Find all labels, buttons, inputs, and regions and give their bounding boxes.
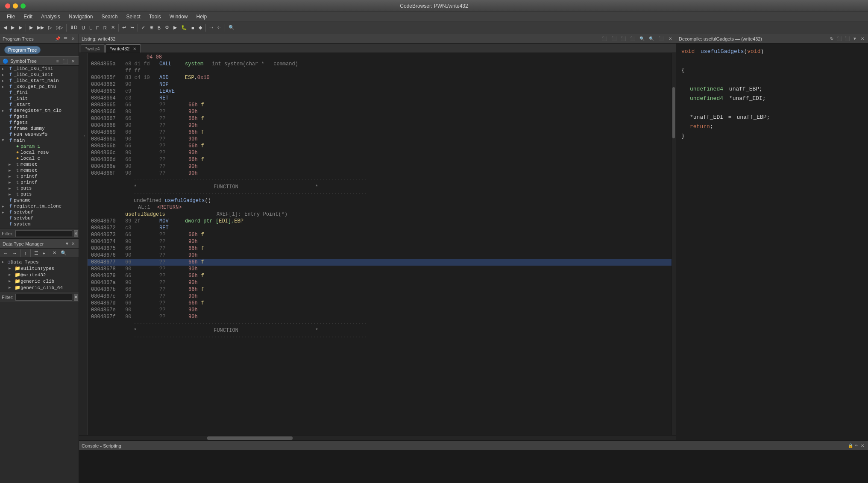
toolbar-r[interactable]: R bbox=[102, 24, 108, 31]
tree-item-param1[interactable]: ● param_1 bbox=[0, 143, 79, 149]
symbol-tree-btn3[interactable]: ✕ bbox=[70, 58, 76, 64]
listing-code[interactable]: 04 08 0804865a e8 d1 fd CALL system int … bbox=[88, 53, 672, 435]
console-lock[interactable]: 🔒 bbox=[847, 443, 853, 449]
listing-btn7[interactable]: ⬛ bbox=[658, 36, 664, 42]
code-line-qq-b[interactable]: 08048674 90 ?? 90h bbox=[88, 238, 672, 245]
listing-btn2[interactable]: ⬛ bbox=[611, 36, 617, 42]
dtm-btn-pin[interactable]: ▼ bbox=[64, 241, 70, 247]
tree-item-system1[interactable]: f system bbox=[0, 221, 79, 227]
minimize-button[interactable] bbox=[13, 3, 18, 9]
dtm-tree-generic-clib[interactable]: ▶📁 generic_clib bbox=[0, 278, 79, 284]
tree-item-printf1[interactable]: ▶t printf bbox=[0, 173, 79, 179]
tree-item-fini[interactable]: f _fini bbox=[0, 90, 79, 96]
dtm-filter-input[interactable] bbox=[15, 294, 72, 301]
code-line-qq-j[interactable]: 0804867d 66 ?? 66h f bbox=[88, 300, 672, 307]
filter-clear-btn[interactable]: ✕ bbox=[74, 230, 78, 237]
code-line-leave[interactable]: 08048663 c9 LEAVE bbox=[88, 88, 672, 95]
dtm-tree-generic-clib64[interactable]: ▶📁 generic_clib_64 bbox=[0, 284, 79, 291]
tree-item-setvbuf1[interactable]: ▶f setvbuf bbox=[0, 209, 79, 215]
code-line-qq-7[interactable]: 0804866b 66 ?? 66h f bbox=[88, 143, 672, 149]
toolbar-run2[interactable]: ▶▶ bbox=[35, 24, 46, 31]
console-content[interactable] bbox=[79, 451, 868, 483]
tree-item-printf2[interactable]: ▶t printf bbox=[0, 179, 79, 185]
decompiler-refresh[interactable]: ↻ bbox=[829, 36, 835, 42]
code-line-ret-2[interactable]: 08048672 c3 RET bbox=[88, 225, 672, 231]
code-line-nop-1[interactable]: 08048662 90 NOP bbox=[88, 81, 672, 88]
menu-window[interactable]: Window bbox=[166, 13, 191, 20]
dtm-tb-list[interactable]: ☰ bbox=[32, 249, 40, 257]
toolbar-u[interactable]: U bbox=[80, 24, 87, 31]
code-line-call-system[interactable]: 0804865a e8 d1 fd CALL system int system… bbox=[88, 61, 672, 67]
toolbar-undo[interactable]: ↩ bbox=[120, 24, 128, 31]
tree-item-memset1[interactable]: ▶t memset bbox=[0, 161, 79, 167]
code-line-add[interactable]: 0804865f 83 c4 10 ADD ESP,0x10 bbox=[88, 74, 672, 81]
toolbar-grid[interactable]: ⊞ bbox=[148, 24, 155, 31]
listing-btn1[interactable]: ⬛ bbox=[601, 36, 607, 42]
dtm-tree-builtins[interactable]: ▶📁 BuiltInTypes bbox=[0, 265, 79, 272]
listing-btn3[interactable]: ⬛ bbox=[620, 36, 626, 42]
code-line-qq-h[interactable]: 0804867b 66 ?? 66h f bbox=[88, 286, 672, 293]
toolbar-fwd2[interactable]: ▶ bbox=[17, 24, 24, 31]
tree-item-fgets2[interactable]: f fgets bbox=[0, 120, 79, 126]
tree-item-deregister[interactable]: ▶f deregister_tm_clo bbox=[0, 108, 79, 114]
decompiler-arrow[interactable]: ▼ bbox=[852, 36, 858, 42]
toolbar-l[interactable]: L bbox=[88, 24, 94, 31]
toolbar-share[interactable]: ⇒ bbox=[208, 24, 215, 31]
tree-item-fgets1[interactable]: f fgets bbox=[0, 114, 79, 120]
tree-item-local-res0[interactable]: ● local_res0 bbox=[0, 149, 79, 155]
decompiler-btn1[interactable]: ⬛ bbox=[836, 36, 842, 42]
listing-btn-close[interactable]: ✕ bbox=[667, 36, 673, 42]
code-line-qq-i[interactable]: 0804867c 90 ?? 90h bbox=[88, 293, 672, 300]
code-line-qq-3[interactable]: 08048667 66 ?? 66h f bbox=[88, 115, 672, 122]
decompiler-content[interactable]: void usefulGadgets(void) { undefined4 un… bbox=[676, 44, 868, 440]
toolbar-import[interactable]: ⇐ bbox=[216, 24, 223, 31]
dtm-tb-x[interactable]: ✕ bbox=[51, 249, 58, 257]
toolbar-diamond[interactable]: ◆ bbox=[197, 24, 204, 31]
code-line-qq-10[interactable]: 0804866e 90 ?? 90h bbox=[88, 163, 672, 170]
tree-item-puts2[interactable]: ▶t puts bbox=[0, 191, 79, 197]
tree-item-init[interactable]: f _init bbox=[0, 96, 79, 102]
program-tree-list[interactable]: ☰ bbox=[62, 36, 68, 42]
code-line-qq-g[interactable]: 0804867a 90 ?? 90h bbox=[88, 279, 672, 286]
tree-item-memset2[interactable]: ▶t memset bbox=[0, 167, 79, 173]
menu-tools[interactable]: Tools bbox=[146, 13, 164, 20]
tree-item-register-tm[interactable]: ▶f register_tm_clone bbox=[0, 203, 79, 209]
toolbar-redo[interactable]: ↪ bbox=[129, 24, 136, 31]
dtm-tb-search[interactable]: 🔍 bbox=[59, 249, 68, 257]
listing-scrollbar[interactable] bbox=[672, 53, 676, 435]
menu-select[interactable]: Select bbox=[123, 13, 144, 20]
listing-btn5[interactable]: 🔍 bbox=[639, 36, 645, 42]
toolbar-run[interactable]: ▶ bbox=[28, 24, 35, 31]
tree-item-frame-dummy[interactable]: f frame_dummy bbox=[0, 126, 79, 132]
program-tree-close[interactable]: ✕ bbox=[70, 36, 76, 42]
menu-analysis[interactable]: Analysis bbox=[38, 13, 64, 20]
symbol-tree-filter-input[interactable] bbox=[15, 230, 72, 237]
toolbar-stop[interactable]: ■ bbox=[190, 24, 196, 31]
code-line-qq-a[interactable]: 08048673 66 ?? 66h f bbox=[88, 231, 672, 238]
dtm-filter-btn[interactable]: ✕ bbox=[74, 294, 78, 301]
dtm-tb-add[interactable]: + bbox=[41, 250, 47, 257]
code-line-qq-1[interactable]: 08048665 66 ?? 66h f bbox=[88, 102, 672, 108]
tree-item-pwname[interactable]: f pwname bbox=[0, 197, 79, 203]
tree-item-setvbuf2[interactable]: f setvbuf bbox=[0, 215, 79, 221]
listing-scrollbar-thumb[interactable] bbox=[672, 87, 675, 138]
tab-write432[interactable]: *write432 ✕ bbox=[106, 44, 141, 53]
code-line-qq-k[interactable]: 0804867e 90 ?? 90h bbox=[88, 307, 672, 313]
listing-hscrollbar[interactable] bbox=[79, 435, 676, 440]
code-line-mov[interactable]: 08048670 89 2f MOV dword ptr [EDI],EBP bbox=[88, 218, 672, 225]
toolbar-check[interactable]: ✓ bbox=[140, 24, 147, 31]
code-line-ret-1[interactable]: 08048664 c3 RET bbox=[88, 95, 672, 102]
program-tree-pin[interactable]: 📌 bbox=[55, 36, 61, 42]
dtm-tb-fwd[interactable]: → bbox=[11, 250, 19, 257]
code-line-qq-6[interactable]: 0804866a 90 ?? 90h bbox=[88, 136, 672, 143]
toolbar-forward[interactable]: ▶ bbox=[9, 24, 16, 31]
menu-navigation[interactable]: Navigation bbox=[65, 13, 97, 20]
listing-btn6[interactable]: 🔍 bbox=[648, 36, 654, 42]
tree-item-fun[interactable]: f FUN_080483f0 bbox=[0, 132, 79, 138]
dtm-tb-back[interactable]: ← bbox=[2, 250, 10, 257]
tree-item-libc-start-main[interactable]: ▶f _libc_start_main bbox=[0, 78, 79, 84]
code-line-qq-9[interactable]: 0804866d 66 ?? 66h f bbox=[88, 156, 672, 163]
code-line-qq-f[interactable]: 08048679 66 ?? 66h f bbox=[88, 272, 672, 279]
toolbar-debug[interactable]: 🐛 bbox=[179, 24, 189, 31]
symbol-tree-btn1[interactable]: ≡ bbox=[55, 58, 61, 64]
